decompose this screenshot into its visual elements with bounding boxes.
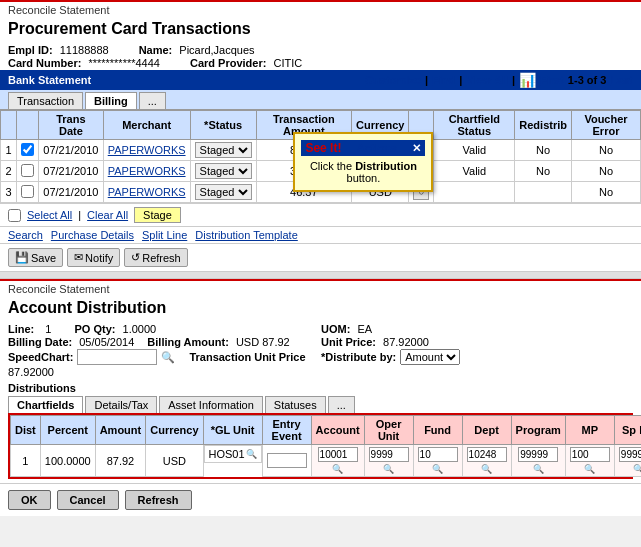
select-all-link[interactable]: Select All <box>27 209 72 221</box>
refresh-icon-top: ↺ <box>131 251 140 264</box>
section-separator <box>0 271 641 279</box>
bottom-section: Reconcile Statement Account Distribution… <box>0 279 641 516</box>
tooltip-header: See It! Actions ✕ <box>301 140 425 156</box>
dept-input[interactable] <box>467 447 507 462</box>
sp-init-input[interactable] <box>619 447 641 462</box>
notify-icon: ✉ <box>74 251 83 264</box>
dist-tabs-bar: Chartfields Details/Tax Asset Informatio… <box>0 396 641 413</box>
sp-init-search-icon[interactable]: 🔍 <box>633 464 641 474</box>
tab-extra[interactable]: ... <box>139 92 166 109</box>
dist-table-container: Dist Percent Amount Currency *GL Unit En… <box>8 413 633 479</box>
bank-statement-bar: Bank Statement Customize | Find | View A… <box>0 70 641 90</box>
status-select-2[interactable]: Staged <box>195 163 252 179</box>
distribution-title: Account Distribution <box>0 297 641 321</box>
reconcile-label-top: Reconcile Statement <box>8 4 110 16</box>
tab-transaction[interactable]: Transaction <box>8 92 83 109</box>
glunit-search-icon[interactable]: 🔍 <box>246 449 257 459</box>
empl-id-row: Empl ID: 11188888 <box>8 44 109 56</box>
distribution-table: Dist Percent Amount Currency *GL Unit En… <box>10 415 641 477</box>
bottom-toolbar: OK Cancel Refresh <box>0 483 641 516</box>
mp-input[interactable] <box>570 447 610 462</box>
merchant-link-1[interactable]: PAPERWORKS <box>108 144 186 156</box>
dist-tab-asset[interactable]: Asset Information <box>159 396 263 413</box>
dist-tab-extra[interactable]: ... <box>328 396 355 413</box>
cancel-button[interactable]: Cancel <box>57 490 119 510</box>
card-provider-row: Card Provider: CITIC <box>190 57 302 69</box>
page-title: Procurement Card Transactions <box>0 18 641 42</box>
program-search-icon[interactable]: 🔍 <box>533 464 544 474</box>
save-icon: 💾 <box>15 251 29 264</box>
distributions-label: Distributions <box>0 380 641 396</box>
reconcile-header-top: Reconcile Statement <box>0 0 641 18</box>
ok-button[interactable]: OK <box>8 490 51 510</box>
distribution-template-link[interactable]: Distribution Template <box>195 229 298 241</box>
tooltip-box: See It! Actions ✕ Click the Distribution… <box>293 132 433 192</box>
row3-checkbox[interactable] <box>21 185 34 198</box>
dist-tab-details-tax[interactable]: Details/Tax <box>85 396 157 413</box>
account-search-icon[interactable]: 🔍 <box>332 464 343 474</box>
row2-checkbox[interactable] <box>21 164 34 177</box>
entry-event-input[interactable] <box>267 453 307 468</box>
status-select-3[interactable]: Staged <box>195 184 252 200</box>
top-toolbar: 💾 Save ✉ Notify ↺ Refresh <box>0 244 641 271</box>
oper-unit-input[interactable] <box>369 447 409 462</box>
program-input[interactable] <box>518 447 558 462</box>
dist-table-row: 1 100.0000 87.92 USD HOS01 🔍 🔍 <box>11 445 642 477</box>
tooltip-content: Click the Distribution button. <box>301 160 425 184</box>
find-link[interactable]: Find <box>432 74 455 86</box>
tooltip-container: ⊞ See It! Actions ✕ Click the <box>413 142 429 158</box>
reconcile-header-bottom: Reconcile Statement <box>0 279 641 297</box>
select-all-checkbox[interactable] <box>8 209 21 222</box>
speedchart-input[interactable] <box>77 349 157 365</box>
distribute-by-select[interactable]: Amount <box>400 349 460 365</box>
merchant-link-2[interactable]: PAPERWORKS <box>108 165 186 177</box>
merchant-link-3[interactable]: PAPERWORKS <box>108 186 186 198</box>
dept-search-icon[interactable]: 🔍 <box>481 464 492 474</box>
dist-tab-statuses[interactable]: Statuses <box>265 396 326 413</box>
split-line-link[interactable]: Split Line <box>142 229 187 241</box>
select-stage-bar: Select All | Clear All Stage <box>0 203 641 227</box>
search-link[interactable]: Search <box>8 229 43 241</box>
distribute-by-row: *Distribute by: Amount <box>321 349 633 365</box>
unit-price-row: Unit Price: 87.92000 <box>321 336 633 348</box>
actions-link[interactable]: Actions <box>357 142 397 154</box>
page-container: Reconcile Statement Procurement Card Tra… <box>0 0 641 516</box>
trans-unit-value-row: 87.92000 <box>8 366 320 378</box>
dist-tab-chartfields[interactable]: Chartfields <box>8 396 83 413</box>
oper-unit-search-icon[interactable]: 🔍 <box>383 464 394 474</box>
row1-checkbox[interactable] <box>21 143 34 156</box>
status-select-1[interactable]: Staged <box>195 142 252 158</box>
fund-input[interactable] <box>418 447 458 462</box>
save-button[interactable]: 💾 Save <box>8 248 63 267</box>
refresh-button-top[interactable]: ↺ Refresh <box>124 248 188 267</box>
tab-billing[interactable]: Billing <box>85 92 137 109</box>
action-links-bar: Search Purchase Details Split Line Distr… <box>0 227 641 244</box>
first-link[interactable]: First <box>540 74 564 86</box>
account-input[interactable] <box>318 447 358 462</box>
notify-button[interactable]: ✉ Notify <box>67 248 120 267</box>
card-number-row: Card Number: ***********4444 <box>8 57 160 69</box>
transaction-table: Trans Date Merchant *Status Transaction … <box>0 110 641 203</box>
speedchart-row: SpeedChart: 🔍 Transaction Unit Price <box>8 349 320 365</box>
refresh-button-bottom[interactable]: Refresh <box>125 490 192 510</box>
purchase-details-link[interactable]: Purchase Details <box>51 229 134 241</box>
table-row: 1 07/21/2010 PAPERWORKS Staged 87.92 USD… <box>1 140 641 161</box>
stage-button[interactable]: Stage <box>134 207 181 223</box>
speedchart-search-icon[interactable]: 🔍 <box>161 351 175 364</box>
tooltip-close[interactable]: ✕ <box>412 142 421 155</box>
last-link[interactable]: Last <box>610 74 633 86</box>
top-section: Reconcile Statement Procurement Card Tra… <box>0 0 641 271</box>
line-row: Line: 1 PO Qty: 1.0000 <box>8 323 320 335</box>
customize-link[interactable]: Customize <box>365 74 421 86</box>
clear-all-link[interactable]: Clear All <box>87 209 128 221</box>
view-all-link[interactable]: View All <box>466 74 508 86</box>
mp-search-icon[interactable]: 🔍 <box>584 464 595 474</box>
fund-search-icon[interactable]: 🔍 <box>432 464 443 474</box>
uom-row: UOM: EA <box>321 323 633 335</box>
name-row: Name: Picard,Jacques <box>139 44 255 56</box>
billing-date-row: Billing Date: 05/05/2014 Billing Amount:… <box>8 336 320 348</box>
navigation-right: Customize | Find | View All | 📊 First 1-… <box>365 72 633 88</box>
